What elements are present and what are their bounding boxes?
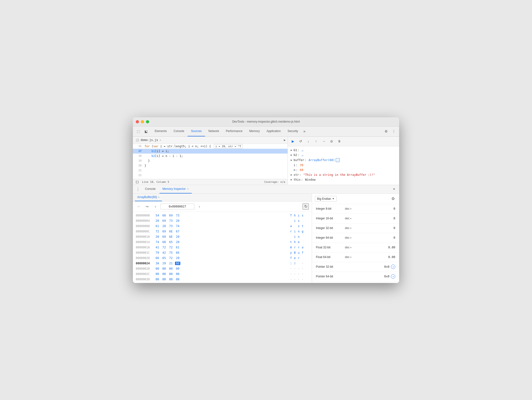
hex-byte[interactable]: 66 bbox=[155, 256, 160, 260]
hex-byte[interactable]: 20 bbox=[175, 240, 180, 244]
value-format-selector[interactable]: dec▾ bbox=[345, 236, 359, 239]
value-format-selector[interactable]: dec▾ bbox=[345, 255, 359, 259]
hex-back-button[interactable]: ↩ bbox=[136, 203, 142, 210]
format-dropdown-icon[interactable]: ▾ bbox=[350, 227, 351, 230]
hex-byte[interactable]: 00 bbox=[161, 278, 167, 281]
format-dropdown-icon[interactable]: ▾ bbox=[350, 207, 351, 210]
hex-byte[interactable]: 21 bbox=[168, 262, 174, 265]
close-panel-button[interactable]: × bbox=[391, 186, 397, 192]
customize-button[interactable]: ⋮ bbox=[390, 128, 397, 135]
pause-exceptions-button[interactable]: ⏸ bbox=[336, 138, 342, 144]
hex-byte[interactable]: 20 bbox=[175, 235, 180, 238]
tab-memory[interactable]: Memory bbox=[246, 126, 263, 136]
arraybuffer-tab-close[interactable]: × bbox=[158, 196, 160, 199]
code-area[interactable]: 16 for (var i = str.length; i < n; ++i) … bbox=[133, 144, 288, 179]
hex-byte[interactable]: 74 bbox=[155, 240, 160, 244]
step-button[interactable]: → bbox=[321, 138, 327, 144]
scope-buffer-expand-icon[interactable]: ▶ bbox=[291, 159, 292, 161]
resume-button[interactable]: ▶ bbox=[290, 138, 296, 144]
tab-sources[interactable]: Sources bbox=[188, 126, 205, 136]
hex-byte[interactable]: 20 bbox=[155, 235, 160, 238]
tab-memory-inspector[interactable]: Memory Inspector × bbox=[160, 185, 191, 193]
step-into-button[interactable]: ↓ bbox=[305, 138, 312, 144]
step-over-button[interactable]: ↺ bbox=[297, 138, 304, 144]
step-out-button[interactable]: ↑ bbox=[313, 138, 319, 144]
tab-performance[interactable]: Performance bbox=[222, 126, 246, 136]
hex-byte[interactable]: 41 bbox=[155, 246, 160, 249]
hex-byte[interactable]: 68 bbox=[161, 240, 167, 244]
scope-str-expand-icon[interactable]: ▶ bbox=[291, 173, 292, 176]
hex-next-button[interactable]: › bbox=[196, 203, 203, 210]
format-dropdown-icon[interactable]: ▾ bbox=[350, 217, 351, 220]
hex-byte[interactable]: 69 bbox=[161, 235, 167, 238]
device-toolbar-button[interactable]: ⬕ bbox=[143, 128, 149, 135]
hex-byte[interactable]: 3A bbox=[155, 262, 160, 265]
open-in-memory-inspector-icon[interactable]: ⬚ bbox=[336, 158, 340, 162]
hex-byte[interactable]: 72 bbox=[168, 246, 174, 249]
hex-byte[interactable]: 65 bbox=[161, 256, 167, 260]
settings-button[interactable]: ⚙ bbox=[383, 128, 389, 135]
hex-byte[interactable]: 73 bbox=[168, 224, 174, 228]
element-picker-button[interactable]: ⬚ bbox=[135, 128, 142, 135]
hex-byte[interactable]: 00 bbox=[175, 278, 180, 281]
tab-console[interactable]: Console bbox=[170, 126, 188, 136]
hex-byte[interactable]: 20 bbox=[155, 219, 160, 222]
hex-byte[interactable]: 61 bbox=[175, 246, 180, 249]
hex-byte[interactable]: 73 bbox=[175, 214, 180, 217]
follow-pointer-button[interactable]: → bbox=[391, 274, 395, 279]
hex-byte[interactable]: 68 bbox=[161, 214, 167, 217]
tab-security[interactable]: Security bbox=[284, 126, 301, 136]
format-dropdown-icon[interactable]: ▾ bbox=[350, 256, 351, 259]
hex-prev-button[interactable]: ‹ bbox=[152, 203, 159, 210]
hex-byte[interactable]: 00 bbox=[175, 272, 180, 276]
hex-byte[interactable]: 6E bbox=[168, 235, 174, 238]
value-format-selector[interactable]: dec▾ bbox=[345, 246, 359, 249]
scope-this-expand-icon[interactable]: ▶ bbox=[291, 178, 292, 181]
tab-console-bottom[interactable]: Console bbox=[142, 185, 159, 193]
hex-byte[interactable]: 00 bbox=[175, 267, 180, 270]
hex-byte[interactable]: 61 bbox=[155, 224, 160, 228]
hex-byte[interactable]: 66 bbox=[175, 251, 180, 254]
hex-refresh-button[interactable]: ↻ bbox=[303, 203, 309, 210]
arraybuffer-tab[interactable]: ArrayBuffer(60) × bbox=[135, 194, 162, 201]
deactivate-breakpoints-button[interactable]: ⊘ bbox=[328, 138, 335, 144]
hex-address-input[interactable] bbox=[160, 204, 194, 209]
hex-byte[interactable]: 73 bbox=[168, 219, 174, 222]
hex-byte[interactable]: 00 bbox=[155, 267, 160, 270]
hex-byte[interactable]: 72 bbox=[168, 256, 174, 260]
hex-byte[interactable]: 29 bbox=[161, 262, 167, 265]
tab-network[interactable]: Network bbox=[205, 126, 222, 136]
hex-byte[interactable]: 00 bbox=[155, 272, 160, 276]
hex-byte[interactable]: 20 bbox=[175, 219, 180, 222]
hex-byte[interactable]: 72 bbox=[161, 246, 167, 249]
panel-menu-icon[interactable]: ⋮ bbox=[135, 186, 141, 192]
hex-byte[interactable]: 00 bbox=[161, 267, 167, 270]
value-settings-button[interactable]: ⚙ bbox=[390, 196, 396, 202]
hex-byte[interactable]: 00 bbox=[168, 267, 174, 270]
hex-byte[interactable]: 00 bbox=[161, 272, 167, 276]
value-format-selector[interactable]: dec▾ bbox=[345, 217, 359, 220]
hex-byte[interactable]: 72 bbox=[155, 230, 160, 233]
hex-byte[interactable]: 69 bbox=[161, 230, 167, 233]
minimize-button[interactable] bbox=[141, 120, 144, 123]
hex-byte[interactable]: 00 bbox=[168, 278, 174, 281]
value-format-selector[interactable]: dec▾ bbox=[345, 207, 359, 210]
hex-byte[interactable]: 42 bbox=[161, 251, 167, 254]
source-nav-forward-icon[interactable]: ▶ bbox=[284, 138, 286, 142]
hex-byte[interactable]: 20 bbox=[161, 224, 167, 228]
format-dropdown-icon[interactable]: ▾ bbox=[350, 246, 351, 249]
scope-b2-expand-icon[interactable]: ▶ bbox=[291, 154, 292, 156]
hex-byte[interactable]: 6E bbox=[168, 230, 174, 233]
hex-byte[interactable]: 69 bbox=[168, 214, 174, 217]
hex-byte[interactable]: 00 bbox=[155, 278, 160, 281]
hex-byte[interactable]: 74 bbox=[175, 224, 180, 228]
hex-byte[interactable]: 69 bbox=[161, 219, 167, 222]
fullscreen-button[interactable] bbox=[146, 120, 149, 123]
value-format-selector[interactable]: dec▾ bbox=[345, 226, 359, 230]
hex-byte[interactable]: 65 bbox=[168, 240, 174, 244]
hex-forward-button[interactable]: ↪ bbox=[144, 203, 150, 210]
hex-byte[interactable]: 20 bbox=[175, 256, 180, 260]
scope-b1-expand-icon[interactable]: ▶ bbox=[291, 149, 292, 151]
hex-content[interactable]: 0000000054686973This0000000420697320 is … bbox=[133, 212, 312, 283]
tab-application[interactable]: Application bbox=[263, 126, 284, 136]
